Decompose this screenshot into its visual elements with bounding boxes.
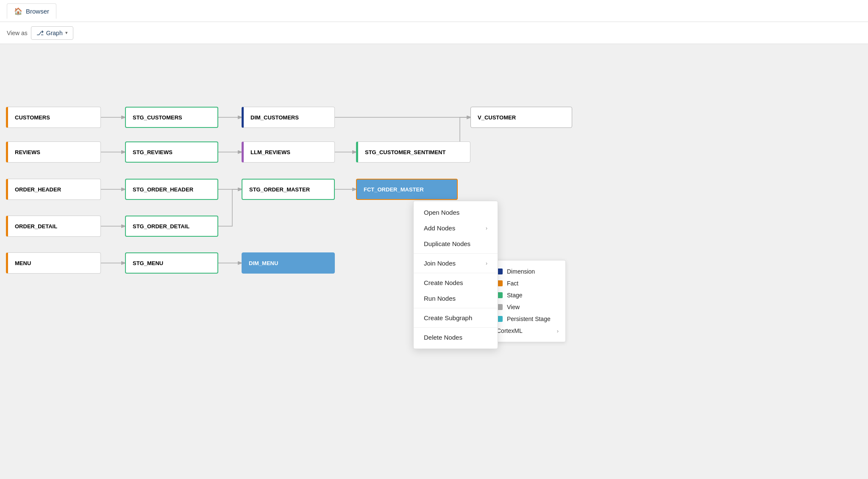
node-stg-order-master[interactable]: STG_ORDER_MASTER bbox=[242, 179, 335, 200]
node-menu[interactable]: MENU bbox=[6, 252, 101, 274]
context-menu-delete-nodes[interactable]: Delete Nodes bbox=[414, 329, 498, 345]
node-stg-customers-label: STG_CUSTOMERS bbox=[133, 114, 182, 121]
browser-tab[interactable]: 🏠 Browser bbox=[7, 3, 56, 19]
toolbar: View as ⎇ Graph ▾ bbox=[0, 22, 868, 44]
context-menu-run-nodes[interactable]: Run Nodes bbox=[414, 291, 498, 306]
chevron-right-icon-2: › bbox=[486, 260, 487, 266]
node-stg-customer-sentiment-label: STG_CUSTOMER_SENTIMENT bbox=[365, 149, 445, 155]
node-fct-order-master[interactable]: FCT_ORDER_MASTER bbox=[356, 179, 458, 200]
top-bar: 🏠 Browser bbox=[0, 0, 868, 22]
node-order-header[interactable]: ORDER_HEADER bbox=[6, 179, 101, 200]
node-stg-order-header-label: STG_ORDER_HEADER bbox=[133, 186, 193, 193]
legend-item-dimension: Dimension bbox=[497, 266, 559, 277]
node-stg-menu[interactable]: STG_MENU bbox=[125, 252, 218, 274]
graph-icon: ⎇ bbox=[36, 29, 44, 37]
legend-label-fact: Fact bbox=[507, 280, 518, 287]
legend-label-cortexML: CortexML bbox=[497, 327, 523, 334]
node-order-detail[interactable]: ORDER_DETAIL bbox=[6, 216, 101, 237]
node-order-header-label: ORDER_HEADER bbox=[15, 186, 61, 193]
node-llm-reviews-label: LLM_REVIEWS bbox=[250, 149, 290, 155]
context-menu-divider-1 bbox=[414, 253, 498, 254]
node-reviews[interactable]: REVIEWS bbox=[6, 141, 101, 163]
node-dim-menu[interactable]: DIM_MENU bbox=[242, 252, 335, 274]
legend-item-cortexML[interactable]: CortexML › bbox=[497, 325, 559, 337]
context-menu-create-subgraph-label: Create Subgraph bbox=[424, 314, 472, 321]
context-menu-divider-3 bbox=[414, 308, 498, 308]
node-stg-customer-sentiment[interactable]: STG_CUSTOMER_SENTIMENT bbox=[356, 141, 470, 163]
context-menu-open-nodes[interactable]: Open Nodes bbox=[414, 205, 498, 220]
node-dim-customers[interactable]: DIM_CUSTOMERS bbox=[242, 107, 335, 128]
legend-label-persistent-stage: Persistent Stage bbox=[507, 316, 551, 322]
legend-item-fact: Fact bbox=[497, 277, 559, 289]
node-llm-reviews[interactable]: LLM_REVIEWS bbox=[242, 141, 335, 163]
node-stg-order-detail[interactable]: STG_ORDER_DETAIL bbox=[125, 216, 218, 237]
node-menu-label: MENU bbox=[15, 260, 31, 266]
context-menu-delete-nodes-label: Delete Nodes bbox=[424, 334, 462, 341]
context-menu-divider-2 bbox=[414, 273, 498, 273]
chevron-right-icon: › bbox=[486, 225, 487, 231]
context-menu-join-nodes-label: Join Nodes bbox=[424, 260, 456, 267]
node-dim-customers-label: DIM_CUSTOMERS bbox=[250, 114, 299, 121]
context-menu-duplicate-nodes-label: Duplicate Nodes bbox=[424, 240, 470, 247]
context-menu-divider-4 bbox=[414, 327, 498, 328]
context-menu-create-nodes-label: Create Nodes bbox=[424, 279, 463, 286]
legend-item-stage: Stage bbox=[497, 289, 559, 301]
dropdown-label: Graph bbox=[46, 30, 63, 36]
chevron-down-icon: ▾ bbox=[65, 30, 68, 36]
node-stg-reviews[interactable]: STG_REVIEWS bbox=[125, 141, 218, 163]
node-customers-label: CUSTOMERS bbox=[15, 114, 50, 121]
node-customers[interactable]: CUSTOMERS bbox=[6, 107, 101, 128]
legend-label-stage: Stage bbox=[507, 292, 523, 299]
node-stg-order-header[interactable]: STG_ORDER_HEADER bbox=[125, 179, 218, 200]
node-stg-order-detail-label: STG_ORDER_DETAIL bbox=[133, 223, 189, 230]
tab-label: Browser bbox=[26, 8, 49, 15]
home-icon: 🏠 bbox=[14, 7, 22, 15]
node-stg-order-master-label: STG_ORDER_MASTER bbox=[249, 186, 310, 193]
node-dim-menu-label: DIM_MENU bbox=[249, 260, 278, 266]
node-v-customer-label: V_CUSTOMER bbox=[478, 114, 516, 121]
context-menu-add-nodes-label: Add Nodes bbox=[424, 224, 455, 232]
context-menu-run-nodes-label: Run Nodes bbox=[424, 295, 456, 302]
node-stg-reviews-label: STG_REVIEWS bbox=[133, 149, 172, 155]
node-v-customer[interactable]: V_CUSTOMER bbox=[470, 107, 572, 128]
view-as-label: View as bbox=[7, 30, 28, 36]
context-menu-join-nodes[interactable]: Join Nodes › bbox=[414, 255, 498, 271]
chevron-right-icon-legend: › bbox=[557, 328, 559, 334]
node-reviews-label: REVIEWS bbox=[15, 149, 40, 155]
legend: Dimension Fact Stage View Persistent Sta… bbox=[490, 260, 566, 342]
context-menu-open-nodes-label: Open Nodes bbox=[424, 209, 459, 216]
legend-item-persistent-stage: Persistent Stage bbox=[497, 313, 559, 325]
context-menu-add-nodes[interactable]: Add Nodes › bbox=[414, 220, 498, 236]
node-stg-menu-label: STG_MENU bbox=[133, 260, 163, 266]
legend-label-dimension: Dimension bbox=[507, 268, 535, 275]
context-menu-create-nodes[interactable]: Create Nodes bbox=[414, 275, 498, 291]
graph-canvas[interactable]: CUSTOMERS STG_CUSTOMERS DIM_CUSTOMERS V_… bbox=[0, 44, 868, 479]
view-dropdown[interactable]: ⎇ Graph ▾ bbox=[31, 26, 73, 40]
legend-label-view: View bbox=[507, 304, 520, 310]
node-stg-customers[interactable]: STG_CUSTOMERS bbox=[125, 107, 218, 128]
context-menu: Open Nodes Add Nodes › Duplicate Nodes J… bbox=[413, 201, 498, 349]
node-fct-order-master-label: FCT_ORDER_MASTER bbox=[364, 186, 424, 193]
context-menu-create-subgraph[interactable]: Create Subgraph bbox=[414, 310, 498, 326]
legend-item-view: View bbox=[497, 301, 559, 313]
context-menu-duplicate-nodes[interactable]: Duplicate Nodes bbox=[414, 236, 498, 252]
node-order-detail-label: ORDER_DETAIL bbox=[15, 223, 57, 230]
